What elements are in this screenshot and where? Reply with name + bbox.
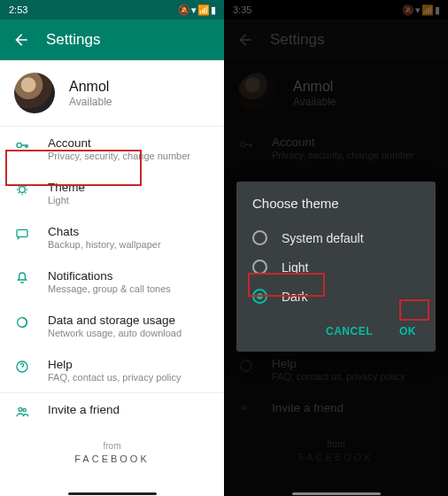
ok-button[interactable]: OK [396,320,420,343]
nav-pill [68,492,157,495]
statusbar: 2:53 🔕 ▾ 📶 ▮ [0,0,224,19]
page-title: Settings [46,31,100,49]
svg-point-0 [17,143,21,147]
bell-icon [14,269,30,285]
dialog-title: Choose theme [252,196,420,211]
help-icon [14,358,30,374]
item-sub: Message, group & call tones [48,283,210,294]
data-icon [14,314,30,329]
radio-icon [252,260,267,275]
phone-light: 2:53 🔕 ▾ 📶 ▮ Settings Anmol Available Ac… [0,0,224,496]
item-title: Help [48,358,210,371]
svg-point-1 [19,187,26,193]
theme-option-system[interactable]: System default [252,223,420,252]
user-status: Available [69,96,112,108]
back-icon[interactable] [12,31,30,49]
item-sub: FAQ, contact us, privacy policy [48,372,210,383]
status-icons: 🔕 ▾ 📶 ▮ [178,4,215,16]
item-title: Data and storage usage [48,314,210,327]
item-title: Chats [48,225,210,238]
item-title: Notifications [48,269,210,283]
svg-point-5 [19,407,22,411]
item-title: Theme [48,181,210,194]
theme-dialog: Choose theme System default Light Dark C… [236,182,436,352]
item-sub: Network usage, auto download [48,328,210,338]
radio-label: Dark [282,290,308,304]
settings-item-account[interactable]: AccountPrivacy, security, change number [0,127,224,171]
item-sub: Privacy, security, change number [48,151,210,161]
settings-item-help[interactable]: HelpFAQ, contact us, privacy policy [0,348,224,392]
username: Anmol [69,79,112,95]
item-title: Invite a friend [48,403,210,416]
radio-label: System default [282,231,364,245]
chat-icon [14,225,30,241]
footer-from: from [0,441,224,451]
avatar [14,73,55,113]
profile-row[interactable]: Anmol Available [0,60,224,126]
key-icon [14,136,30,152]
radio-icon [252,230,267,245]
settings-item-notifications[interactable]: NotificationsMessage, group & call tones [0,260,224,304]
settings-item-theme[interactable]: ThemeLight [0,171,224,215]
svg-rect-2 [17,229,27,236]
radio-label: Light [282,260,308,275]
appbar: Settings [0,19,224,60]
people-icon [14,403,30,419]
nav-pill [292,492,381,495]
radio-icon [252,289,267,304]
phone-dark: 3:35 🔕 ▾ 📶 ▮ Settings Anmol Available Ac… [224,0,448,496]
settings-item-invite[interactable]: Invite a friend [0,393,224,429]
svg-point-6 [23,408,26,411]
settings-item-data[interactable]: Data and storage usageNetwork usage, aut… [0,304,224,348]
cancel-button[interactable]: CANCEL [322,320,376,343]
item-title: Account [48,136,210,150]
theme-option-dark[interactable]: Dark [252,282,420,311]
footer: from FACEBOOK [0,429,224,477]
dialog-actions: CANCEL OK [252,320,420,343]
navbar [224,491,448,496]
theme-icon [14,181,30,197]
clock: 2:53 [9,4,27,15]
theme-option-light[interactable]: Light [252,252,420,282]
footer-brand: FACEBOOK [0,453,224,464]
item-sub: Backup, history, wallpaper [48,239,210,250]
item-sub: Light [48,195,210,205]
settings-item-chats[interactable]: ChatsBackup, history, wallpaper [0,215,224,260]
navbar [0,491,224,496]
